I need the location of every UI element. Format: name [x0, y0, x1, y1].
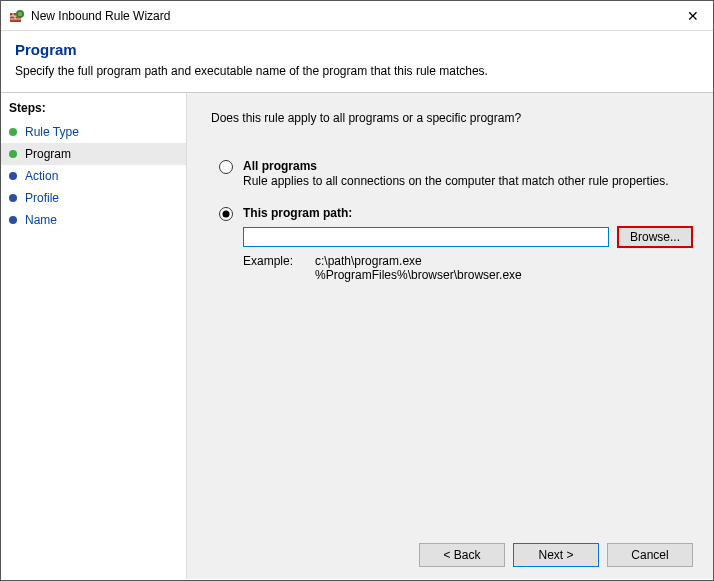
step-label: Action [25, 169, 58, 183]
page-title: Program [15, 41, 699, 58]
bullet-icon [9, 194, 17, 202]
radio-all-programs[interactable] [219, 160, 233, 174]
wizard-footer: < Back Next > Cancel [207, 529, 693, 567]
path-row: Browse... [243, 226, 693, 248]
example-body: c:\path\program.exe %ProgramFiles%\brows… [315, 254, 522, 282]
close-button[interactable]: ✕ [673, 1, 713, 31]
wizard-header: Program Specify the full program path an… [1, 31, 713, 92]
example-label: Example: [243, 254, 315, 282]
steps-label: Steps: [1, 97, 186, 121]
option-title: All programs [243, 159, 669, 173]
next-button[interactable]: Next > [513, 543, 599, 567]
page-subtitle: Specify the full program path and execut… [15, 64, 699, 78]
steps-sidebar: Steps: Rule Type Program Action Profile … [1, 93, 186, 579]
browse-button[interactable]: Browse... [617, 226, 693, 248]
titlebar: New Inbound Rule Wizard ✕ [1, 1, 713, 31]
option-body: This program path: Browse... Example: c:… [243, 206, 693, 282]
radio-program-path[interactable] [219, 207, 233, 221]
main-panel: Does this rule apply to all programs or … [186, 93, 713, 579]
step-name[interactable]: Name [1, 209, 186, 231]
bullet-icon [9, 172, 17, 180]
step-label: Profile [25, 191, 59, 205]
step-label: Program [25, 147, 71, 161]
svg-point-7 [18, 11, 22, 15]
bullet-icon [9, 216, 17, 224]
program-path-input[interactable] [243, 227, 609, 247]
option-program-path[interactable]: This program path: Browse... Example: c:… [219, 206, 693, 282]
content-area: Steps: Rule Type Program Action Profile … [1, 92, 713, 579]
firewall-icon [9, 8, 25, 24]
step-profile[interactable]: Profile [1, 187, 186, 209]
bullet-icon [9, 150, 17, 158]
step-program[interactable]: Program [1, 143, 186, 165]
step-label: Rule Type [25, 125, 79, 139]
step-action[interactable]: Action [1, 165, 186, 187]
example-row: Example: c:\path\program.exe %ProgramFil… [243, 254, 693, 282]
window-title: New Inbound Rule Wizard [31, 9, 673, 23]
cancel-button[interactable]: Cancel [607, 543, 693, 567]
option-body: All programs Rule applies to all connect… [243, 159, 669, 188]
question-text: Does this rule apply to all programs or … [211, 111, 693, 125]
step-label: Name [25, 213, 57, 227]
step-rule-type[interactable]: Rule Type [1, 121, 186, 143]
option-desc: Rule applies to all connections on the c… [243, 174, 669, 188]
option-all-programs[interactable]: All programs Rule applies to all connect… [219, 159, 693, 188]
bullet-icon [9, 128, 17, 136]
back-button[interactable]: < Back [419, 543, 505, 567]
option-title: This program path: [243, 206, 693, 220]
